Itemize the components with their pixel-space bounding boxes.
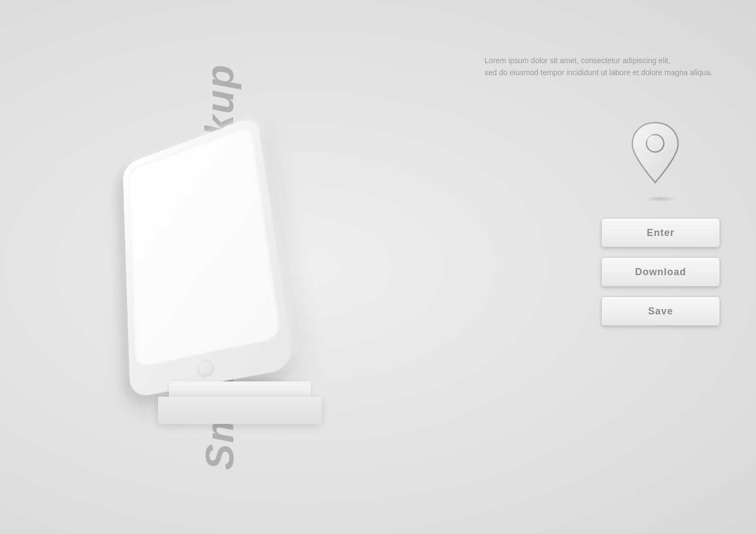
right-panel: Enter Download Save [598, 120, 723, 326]
enter-button[interactable]: Enter [601, 218, 720, 247]
phone-scene [87, 44, 458, 490]
download-button[interactable]: Download [601, 257, 720, 287]
phone-home-button [198, 359, 214, 377]
phone-body [123, 116, 294, 398]
phone-mockup [123, 116, 294, 398]
phone-pedestal [158, 381, 322, 425]
location-pin-icon [628, 120, 693, 202]
description-text: Lorem ipsum dolor sit amet, consectetur … [485, 54, 712, 79]
save-button[interactable]: Save [601, 296, 720, 326]
pedestal-top [169, 381, 311, 398]
phone-screen [128, 124, 281, 368]
pin-shadow [644, 196, 677, 202]
pedestal-bottom [158, 397, 322, 424]
